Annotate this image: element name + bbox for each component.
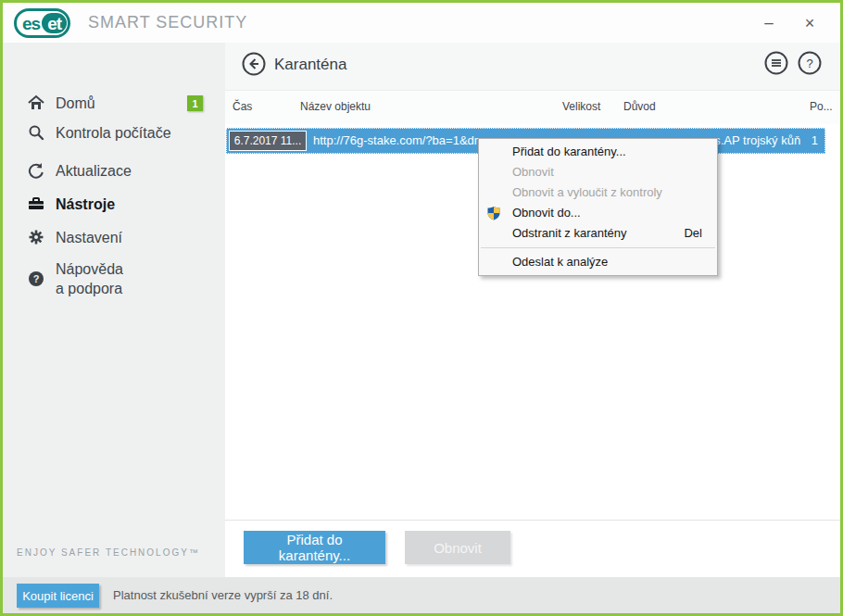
sidebar-item-label: Nápověda a podpora <box>56 259 123 298</box>
trial-status-text: Platnost zkušební verze vyprší za 18 dní… <box>113 588 333 602</box>
sidebar: Domů Kontrola počítače Aktualizace Nástr… <box>3 43 225 577</box>
sidebar-item-label: Aktualizace <box>56 161 132 181</box>
svg-text:?: ? <box>33 273 40 284</box>
menu-shortcut: Del <box>684 223 702 244</box>
menu-item-label: Obnovit do... <box>512 206 581 220</box>
hamburger-circle-icon[interactable] <box>764 51 788 75</box>
menu-item-restore-to[interactable]: Obnovit do... <box>479 203 717 223</box>
sidebar-item-help-support[interactable]: ? Nápověda a podpora <box>3 258 225 299</box>
sidebar-item-label: Nastavení <box>56 228 122 247</box>
column-header-time[interactable]: Čas <box>233 100 252 113</box>
table-header: Čas Název objektu Velikost Důvod Po... <box>225 91 840 124</box>
menu-item-restore: Obnovit <box>479 162 717 182</box>
sidebar-item-label: Kontrola počítače <box>56 123 171 143</box>
svg-text:?: ? <box>806 57 812 70</box>
footer-divider <box>225 520 840 521</box>
question-circle-icon[interactable]: ? <box>798 51 822 75</box>
menu-item-label: Odstranit z karantény <box>512 226 627 240</box>
eset-window: es et SMART SECURITY – × Domů Kontrola p… <box>0 0 843 616</box>
status-bar: Koupit licenci Platnost zkušební verze v… <box>3 577 840 613</box>
sidebar-item-label: Domů <box>56 94 95 113</box>
column-header-object-name[interactable]: Název objektu <box>300 100 371 113</box>
help-icon: ? <box>27 270 45 288</box>
home-notification-badge: 1 <box>187 95 203 111</box>
context-menu: Přidat do karantény... Obnovit Obnovit a… <box>478 138 718 276</box>
row-count-cell: 1 <box>812 133 818 147</box>
menu-item-restore-and-exclude: Obnovit a vyloučit z kontroly <box>479 182 717 203</box>
add-to-quarantine-button[interactable]: Přidat do karantény... <box>244 531 385 564</box>
column-header-count[interactable]: Po... <box>810 100 833 113</box>
search-icon <box>27 123 45 142</box>
restore-button: Obnovit <box>405 531 510 564</box>
buy-license-button[interactable]: Koupit licenci <box>17 584 99 608</box>
menu-item-submit-for-analysis[interactable]: Odeslat k analýze <box>479 252 717 272</box>
menu-separator <box>481 247 715 248</box>
sidebar-item-settings[interactable]: Nastavení <box>3 225 225 249</box>
briefcase-icon <box>27 195 45 213</box>
sidebar-item-tools[interactable]: Nástroje <box>3 192 225 216</box>
back-arrow-icon[interactable] <box>242 52 266 76</box>
close-button[interactable]: × <box>796 10 824 36</box>
sidebar-item-update[interactable]: Aktualizace <box>3 158 225 182</box>
menu-item-add-to-quarantine[interactable]: Přidat do karantény... <box>479 142 717 162</box>
main-panel: Karanténa ? Čas Název objektu Velikost D… <box>225 43 840 577</box>
column-header-size[interactable]: Velikost <box>562 100 600 113</box>
uac-shield-icon <box>486 206 501 220</box>
row-time-cell: 6.7.2017 11... <box>229 131 307 151</box>
menu-item-delete-from-quarantine[interactable]: Odstranit z karantény Del <box>479 223 717 244</box>
sidebar-item-computer-scan[interactable]: Kontrola počítače <box>3 120 225 145</box>
page-header: Karanténa ? <box>225 43 840 91</box>
page-title: Karanténa <box>274 56 346 74</box>
brand-title: SMART SECURITY <box>88 13 247 32</box>
row-object-cell: http://76g-stake.com/?ba=1&dm <box>313 133 484 147</box>
titlebar: es et SMART SECURITY – × <box>3 3 840 43</box>
row-reason-cell: us.AP trojský kůň <box>708 133 800 147</box>
refresh-icon <box>27 161 45 180</box>
eset-logo: es et <box>14 9 70 37</box>
gear-icon <box>27 228 45 246</box>
sidebar-item-label: Nástroje <box>56 195 115 214</box>
minimize-button[interactable]: – <box>755 10 783 36</box>
column-header-reason[interactable]: Důvod <box>623 100 656 113</box>
eset-tagline: ENJOY SAFER TECHNOLOGY™ <box>17 547 200 558</box>
home-icon <box>27 94 45 112</box>
eset-logo-text: es <box>22 15 41 32</box>
